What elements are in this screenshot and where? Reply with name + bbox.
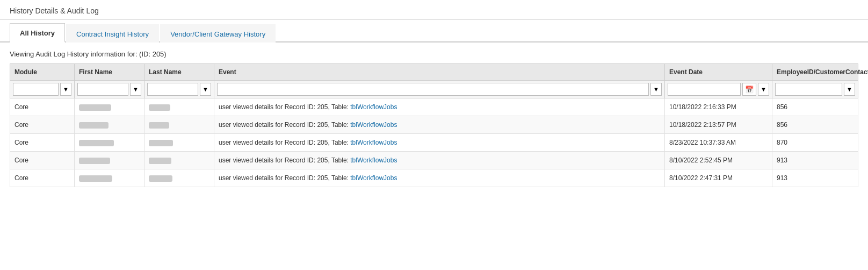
cell-empid: 870 <box>772 134 858 152</box>
tabs-bar: All History Contract Insight History Ven… <box>0 22 868 42</box>
cell-eventdate: 8/23/2022 10:37:33 AM <box>665 134 772 152</box>
event-table-link[interactable]: tblWorkflowJobs <box>350 121 397 129</box>
cell-module: Core <box>10 116 75 134</box>
tab-all-history[interactable]: All History <box>10 23 65 42</box>
table-row: CoreXXXXXXXXuser viewed details for Reco… <box>10 116 858 134</box>
filter-input-lastname[interactable] <box>147 83 198 96</box>
col-header-empid: EmployeeID/CustomerContactID <box>772 64 858 81</box>
cell-empid: 856 <box>772 116 858 134</box>
filter-input-event[interactable] <box>217 83 649 96</box>
cell-eventdate: 8/10/2022 2:52:45 PM <box>665 152 772 169</box>
filter-btn-eventdate[interactable]: ▼ <box>758 83 769 96</box>
filter-cell-eventdate: 📅 ▼ <box>665 81 772 98</box>
filter-btn-lastname[interactable]: ▼ <box>200 83 211 96</box>
filter-cell-empid: ▼ <box>772 81 858 98</box>
cell-firstname: XXXXX <box>75 169 144 187</box>
filter-btn-empid[interactable]: ▼ <box>844 83 855 96</box>
event-table-link[interactable]: tblWorkflowJobs <box>350 157 397 164</box>
cell-event: user viewed details for Record ID: 205, … <box>214 169 665 187</box>
col-header-event: Event <box>214 64 665 81</box>
cell-firstname: XXXXX <box>75 116 144 134</box>
cell-event: user viewed details for Record ID: 205, … <box>214 152 665 169</box>
cell-event: user viewed details for Record ID: 205, … <box>214 116 665 134</box>
filter-input-firstname[interactable] <box>77 83 128 96</box>
filter-calendar-eventdate[interactable]: 📅 <box>742 83 756 96</box>
event-table-link[interactable]: tblWorkflowJobs <box>350 174 397 182</box>
col-header-module: Module <box>10 64 75 81</box>
col-header-eventdate: Event Date <box>665 64 772 81</box>
cell-firstname: XXXXX <box>75 152 144 169</box>
table-filter-row: ▼ ▼ ▼ <box>10 81 858 98</box>
filter-input-eventdate[interactable] <box>668 83 741 96</box>
col-header-firstname: First Name <box>75 64 144 81</box>
page-title: History Details & Audit Log <box>10 6 99 15</box>
filter-cell-module: ▼ <box>10 81 75 98</box>
table-body: CoreXXXXXXXXuser viewed details for Reco… <box>10 98 858 187</box>
table-header-row: Module First Name Last Name Event Event … <box>10 64 858 81</box>
table-row: CoreXXXXXXXXuser viewed details for Reco… <box>10 98 858 116</box>
cell-event: user viewed details for Record ID: 205, … <box>214 134 665 152</box>
filter-input-module[interactable] <box>13 83 59 96</box>
audit-log-table: Module First Name Last Name Event Event … <box>10 63 858 187</box>
filter-btn-event[interactable]: ▼ <box>650 83 662 96</box>
subtitle: Viewing Audit Log History information fo… <box>0 42 868 63</box>
cell-firstname: XXXXX <box>75 98 144 116</box>
filter-input-empid[interactable] <box>775 83 842 96</box>
cell-firstname: XXXXX <box>75 134 144 152</box>
cell-lastname: XXX <box>144 152 214 169</box>
cell-module: Core <box>10 152 75 169</box>
col-header-lastname: Last Name <box>144 64 214 81</box>
tab-vendor-client-gateway-history[interactable]: Vendor/Client Gateway History <box>160 24 276 42</box>
cell-module: Core <box>10 169 75 187</box>
cell-empid: 913 <box>772 152 858 169</box>
filter-cell-firstname: ▼ <box>75 81 144 98</box>
cell-event: user viewed details for Record ID: 205, … <box>214 98 665 116</box>
event-table-link[interactable]: tblWorkflowJobs <box>350 103 397 111</box>
cell-eventdate: 8/10/2022 2:47:31 PM <box>665 169 772 187</box>
page-container: History Details & Audit Log All History … <box>0 0 868 270</box>
table-row: CoreXXXXXXXXuser viewed details for Reco… <box>10 169 858 187</box>
cell-module: Core <box>10 134 75 152</box>
table-wrapper: Module First Name Last Name Event Event … <box>0 63 868 187</box>
filter-cell-event: ▼ <box>214 81 665 98</box>
cell-lastname: XXX <box>144 169 214 187</box>
cell-eventdate: 10/18/2022 2:16:33 PM <box>665 98 772 116</box>
filter-btn-firstname[interactable]: ▼ <box>130 83 141 96</box>
page-header: History Details & Audit Log <box>0 0 868 20</box>
cell-lastname: XXX <box>144 98 214 116</box>
table-row: CoreXXXXXXXXuser viewed details for Reco… <box>10 134 858 152</box>
cell-eventdate: 10/18/2022 2:13:57 PM <box>665 116 772 134</box>
cell-lastname: XXX <box>144 116 214 134</box>
cell-module: Core <box>10 98 75 116</box>
event-table-link[interactable]: tblWorkflowJobs <box>350 139 397 146</box>
cell-empid: 913 <box>772 169 858 187</box>
cell-lastname: XXX <box>144 134 214 152</box>
table-row: CoreXXXXXXXXuser viewed details for Reco… <box>10 152 858 169</box>
filter-cell-lastname: ▼ <box>144 81 214 98</box>
cell-empid: 856 <box>772 98 858 116</box>
filter-btn-module[interactable]: ▼ <box>60 83 71 96</box>
tab-contract-insight-history[interactable]: Contract Insight History <box>66 24 159 42</box>
